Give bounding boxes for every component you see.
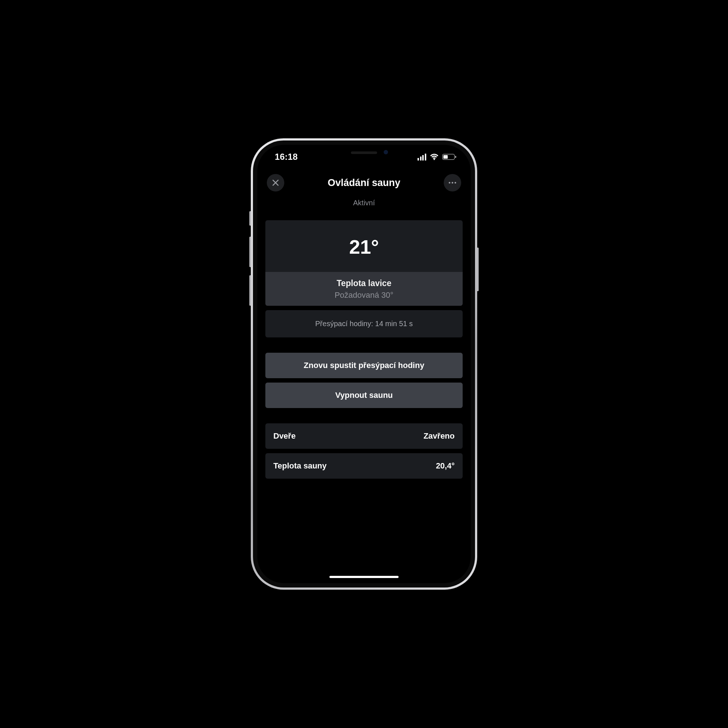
wifi-icon [430,154,439,160]
sauna-temperature-row: Teplota sauny 20,4° [265,453,463,479]
temperature-card[interactable]: 21° Teplota lavice Požadovaná 30° [265,220,463,306]
svg-point-2 [455,182,456,184]
stage: 16:18 [0,0,728,728]
phone-frame: 16:18 [251,138,477,590]
sauna-temp-label: Teplota sauny [273,461,327,471]
content: 21° Teplota lavice Požadovaná 30° Přesýp… [257,207,471,479]
turn-off-sauna-button[interactable]: Vypnout saunu [265,382,463,408]
restart-hourglass-button[interactable]: Znovu spustit přesýpací hodiny [265,353,463,378]
screen: 16:18 [257,145,471,583]
speaker-slit [351,151,377,154]
close-button[interactable] [267,174,284,191]
temperature-target-panel: Teplota lavice Požadovaná 30° [265,272,463,306]
spacer [265,342,463,348]
door-status-row: Dveře Zavřeno [265,423,463,449]
battery-icon [442,154,456,160]
more-options-button[interactable] [444,174,461,191]
hourglass-timer: Přesýpací hodiny: 14 min 51 s [265,310,463,337]
status-time: 16:18 [275,152,298,162]
door-label: Dveře [273,431,295,441]
mute-switch [249,211,251,226]
header: Ovládání sauny [257,169,471,193]
page-subtitle: Aktivní [257,199,471,207]
more-icon [448,182,456,184]
spacer [265,412,463,419]
cellular-icon [418,154,426,161]
home-indicator[interactable] [329,576,399,578]
notch [317,145,411,160]
phone-bezel: 16:18 [253,141,475,587]
sauna-temp-value: 20,4° [436,461,455,471]
hourglass-card: Přesýpací hodiny: 14 min 51 s [265,310,463,337]
svg-point-1 [452,182,454,184]
front-camera [384,150,388,154]
close-icon [272,179,279,187]
current-temperature: 21° [265,220,463,272]
svg-point-0 [449,182,451,184]
volume-up-button [249,237,251,267]
page-title: Ovládání sauny [327,177,401,188]
bench-temperature-label: Teplota lavice [265,278,463,288]
power-button [477,248,479,291]
door-value: Zavřeno [423,431,455,441]
status-indicators [418,154,456,161]
volume-down-button [249,275,251,306]
target-temperature: Požadovaná 30° [265,291,463,300]
